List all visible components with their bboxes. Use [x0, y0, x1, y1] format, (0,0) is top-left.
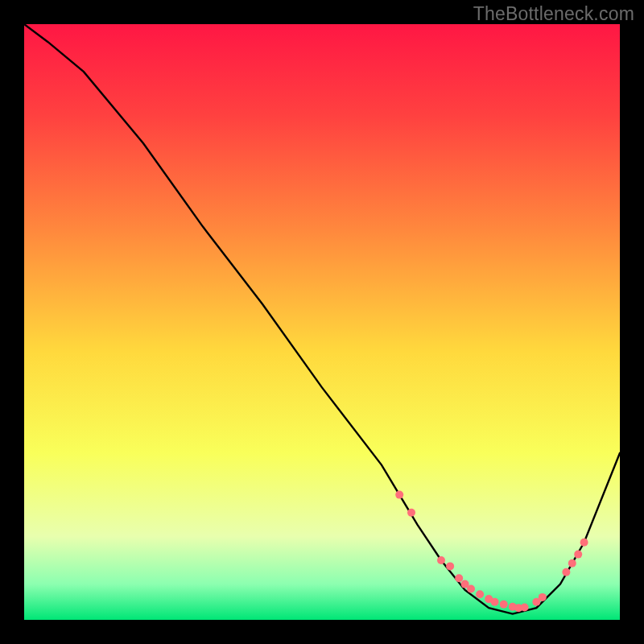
highlight-dot [562, 568, 570, 576]
highlight-dot [467, 585, 475, 593]
highlight-dot [574, 551, 582, 559]
highlight-dot [437, 556, 445, 564]
attribution-text: TheBottleneck.com [473, 3, 634, 25]
chart-svg [24, 24, 620, 620]
highlight-dot [521, 604, 529, 612]
highlight-dot [407, 509, 415, 517]
highlight-dot [455, 574, 463, 582]
gradient-background [24, 24, 620, 620]
highlight-dot [395, 491, 403, 499]
highlight-dot [580, 539, 588, 547]
highlight-dot [491, 598, 499, 606]
highlight-dot [476, 590, 484, 598]
chart-frame: TheBottleneck.com [0, 0, 644, 644]
plot-area [24, 24, 620, 620]
highlight-dot [539, 593, 547, 601]
highlight-dot [568, 559, 576, 568]
highlight-dot [500, 601, 508, 609]
highlight-dot [446, 562, 454, 570]
